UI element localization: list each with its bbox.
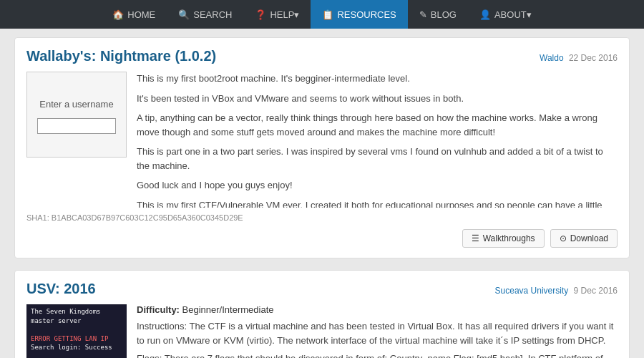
- difficulty-label: Difficulty:: [137, 304, 180, 315]
- download-icon: ⊙: [560, 233, 567, 243]
- nav-blog-label: BLOG: [431, 9, 457, 20]
- wallaby-img-label: Enter a username: [36, 96, 116, 112]
- nav-about[interactable]: 👤 ABOUT▾: [468, 0, 543, 29]
- nav-about-label: ABOUT▾: [494, 9, 532, 20]
- wallaby-card-header: Wallaby's: Nightmare (1.0.2) Waldo 22 De…: [26, 48, 618, 64]
- usv-meta: Suceava University 9 Dec 2016: [495, 286, 618, 296]
- wallaby-sha: SHA1: B1ABCA03D67B97C603C12C95D65A360C03…: [26, 213, 618, 222]
- person-icon: 👤: [479, 9, 491, 20]
- blog-icon: ✎: [419, 9, 427, 20]
- wallaby-paragraph: This is my first CTF/Vulnerable VM ever.…: [137, 198, 615, 208]
- download-button[interactable]: ⊙ Download: [550, 229, 618, 248]
- wallaby-body: Enter a username This is my first boot2r…: [26, 72, 618, 208]
- nav-blog[interactable]: ✎ BLOG: [408, 0, 468, 29]
- wallaby-paragraph: This is part one in a two part series. I…: [137, 145, 615, 173]
- usv-text: Difficulty: Beginner/Intermediate Instru…: [137, 304, 618, 358]
- nav-resources-label: RESOURCES: [337, 9, 396, 20]
- wallaby-username-input[interactable]: [37, 118, 116, 134]
- usv-flags: Flags: There are 7 flags that should be …: [137, 352, 618, 358]
- download-label: Download: [570, 233, 608, 243]
- wallaby-paragraph: It's been tested in VBox and VMware and …: [137, 92, 615, 106]
- walkthroughs-label: Walkthroughs: [483, 233, 535, 243]
- wallaby-text: This is my first boot2root machine. It's…: [137, 72, 618, 208]
- usv-img-line-3: ERROR GETTING LAN IP: [31, 334, 122, 344]
- usv-img-line-4: Search login: Success: [31, 343, 122, 352]
- usv-img-line-2: [31, 325, 122, 334]
- usv-img-line-1: The Seven Kingdoms master server: [31, 307, 122, 325]
- wallaby-title: Wallaby's: Nightmare (1.0.2): [26, 48, 216, 64]
- main-content: Wallaby's: Nightmare (1.0.2) Waldo 22 De…: [0, 29, 644, 358]
- search-icon: 🔍: [178, 9, 190, 20]
- wallaby-card: Wallaby's: Nightmare (1.0.2) Waldo 22 De…: [14, 37, 630, 258]
- nav-search-label: SEARCH: [193, 9, 232, 20]
- wallaby-meta: Waldo 22 Dec 2016: [540, 53, 618, 63]
- wallaby-text-inner[interactable]: This is my first boot2root machine. It's…: [137, 72, 618, 208]
- usv-image: The Seven Kingdoms master server ERROR G…: [26, 304, 127, 358]
- usv-card: USV: 2016 Suceava University 9 Dec 2016 …: [14, 270, 630, 358]
- wallaby-footer: ☰ Walkthroughs ⊙ Download: [26, 229, 618, 248]
- walkthroughs-icon: ☰: [472, 233, 479, 243]
- usv-body: The Seven Kingdoms master server ERROR G…: [26, 304, 618, 358]
- wallaby-date: 22 Dec 2016: [569, 53, 618, 63]
- usv-author: Suceava University: [495, 286, 569, 296]
- usv-instructions: Instructions: The CTF is a virtual machi…: [137, 319, 618, 347]
- home-icon: 🏠: [112, 9, 124, 20]
- nav-help[interactable]: ❓ HELP▾: [243, 0, 311, 29]
- difficulty-value: Beginner/Intermediate: [182, 304, 274, 315]
- help-icon: ❓: [255, 9, 266, 20]
- wallaby-paragraph: Good luck and I hope you guys enjoy!: [137, 178, 615, 193]
- main-nav: 🏠 HOME 🔍 SEARCH ❓ HELP▾ 📋 RESOURCES ✎ BL…: [0, 0, 644, 29]
- walkthroughs-button[interactable]: ☰ Walkthroughs: [462, 229, 545, 248]
- wallaby-paragraph: This is my first boot2root machine. It's…: [137, 72, 615, 86]
- wallaby-paragraph: A tip, anything can be a vector, really …: [137, 111, 615, 139]
- nav-search[interactable]: 🔍 SEARCH: [167, 0, 243, 29]
- usv-date: 9 Dec 2016: [574, 286, 618, 296]
- usv-title: USV: 2016: [26, 281, 96, 297]
- usv-difficulty-line: Difficulty: Beginner/Intermediate: [137, 304, 618, 315]
- resources-icon: 📋: [322, 9, 333, 20]
- nav-help-label: HELP▾: [270, 9, 299, 20]
- wallaby-author: Waldo: [540, 53, 564, 63]
- usv-card-header: USV: 2016 Suceava University 9 Dec 2016: [26, 281, 618, 297]
- wallaby-image: Enter a username: [26, 72, 127, 158]
- nav-resources[interactable]: 📋 RESOURCES: [311, 0, 407, 29]
- nav-home[interactable]: 🏠 HOME: [101, 0, 167, 29]
- nav-home-label: HOME: [127, 9, 155, 20]
